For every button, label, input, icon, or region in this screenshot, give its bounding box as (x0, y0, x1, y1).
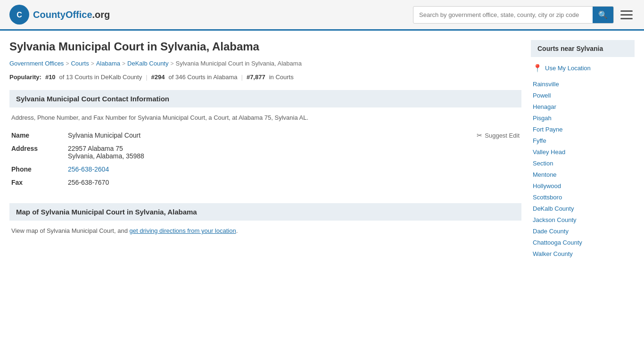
breadcrumb-link-alabama[interactable]: Alabama (96, 60, 120, 67)
search-icon: 🔍 (598, 11, 608, 19)
list-item: Walker County (531, 248, 635, 259)
site-header: C CountyOffice.org 🔍 (0, 0, 644, 31)
popularity-rank1: #10 (45, 74, 56, 81)
svg-text:C: C (17, 11, 22, 19)
suggest-edit-label: Suggest Edit (485, 132, 520, 139)
edit-icon: ✂ (477, 132, 482, 139)
sidebar-link-15[interactable]: Walker County (533, 250, 573, 257)
list-item: Scottsboro (531, 191, 635, 203)
search-button[interactable]: 🔍 (593, 7, 613, 23)
list-item: DeKalb County (531, 203, 635, 214)
fax-label: Fax (9, 176, 66, 189)
location-pin-icon: 📍 (533, 64, 542, 73)
main-container: Sylvania Municipal Court in Sylvania, Al… (0, 31, 644, 269)
list-item: Mentone (531, 169, 635, 180)
content-area: Sylvania Municipal Court in Sylvania, Al… (9, 40, 521, 259)
breadcrumb-sep-1: > (66, 60, 69, 67)
contact-table: Name Sylvania Municipal Court ✂ Suggest … (9, 129, 521, 189)
list-item: Henagar (531, 101, 635, 112)
breadcrumb-link-dekalb[interactable]: DeKalb County (127, 60, 168, 67)
contact-section: Sylvania Municipal Court Contact Informa… (9, 90, 521, 189)
breadcrumb-sep-2: > (91, 60, 94, 67)
breadcrumb-link-courts[interactable]: Courts (71, 60, 89, 67)
popularity-rank2: #294 (151, 74, 165, 81)
sidebar: Courts near Sylvania 📍 Use My Location R… (531, 40, 635, 259)
sidebar-link-10[interactable]: Scottsboro (533, 194, 562, 201)
list-item: Rainsville (531, 78, 635, 90)
list-item: Dade County (531, 225, 635, 237)
address-label: Address (9, 142, 66, 163)
list-item: Fyffe (531, 135, 635, 146)
table-row-address: Address 22957 Alabama 75 Sylvania, Alaba… (9, 142, 521, 163)
logo-icon: C (9, 5, 29, 25)
list-item: Hollywood (531, 180, 635, 191)
map-desc-end: . (236, 227, 238, 234)
phone-value: 256-638-2604 (66, 163, 521, 176)
list-item: Powell (531, 90, 635, 101)
contact-description: Address, Phone Number, and Fax Number fo… (9, 114, 521, 121)
map-description: View map of Sylvania Municipal Court, an… (9, 227, 521, 234)
sidebar-link-7[interactable]: Section (533, 160, 553, 167)
list-item: Pisgah (531, 112, 635, 123)
address-value: 22957 Alabama 75 Sylvania, Alabama, 3598… (66, 142, 521, 163)
sidebar-link-8[interactable]: Mentone (533, 171, 557, 178)
hamburger-line-3 (620, 18, 633, 19)
hamburger-line-2 (620, 14, 633, 16)
sidebar-link-12[interactable]: Jackson County (533, 216, 577, 223)
table-row-fax: Fax 256-638-7670 (9, 176, 521, 189)
breadcrumb-sep-3: > (122, 60, 125, 67)
contact-section-header: Sylvania Municipal Court Contact Informa… (9, 90, 521, 107)
table-row-phone: Phone 256-638-2604 (9, 163, 521, 176)
map-desc-start: View map of Sylvania Municipal Court, an… (11, 227, 130, 234)
popularity-label: Popularity: (9, 74, 41, 81)
sidebar-link-1[interactable]: Powell (533, 92, 551, 99)
popularity-bar: Popularity: #10 of 13 Courts in DeKalb C… (9, 74, 521, 81)
sidebar-link-0[interactable]: Rainsville (533, 81, 559, 88)
popularity-rank3-text: in Courts (269, 74, 294, 81)
sidebar-link-11[interactable]: DeKalb County (533, 205, 574, 212)
sidebar-link-3[interactable]: Pisgah (533, 115, 552, 122)
phone-label: Phone (9, 163, 66, 176)
search-input[interactable] (413, 8, 593, 22)
popularity-rank2-text: of 346 Courts in Alabama (169, 74, 238, 81)
pop-divider-2: | (241, 74, 243, 81)
menu-button[interactable] (619, 8, 635, 21)
map-section-header: Map of Sylvania Municipal Court in Sylva… (9, 203, 521, 221)
breadcrumb: Government Offices > Courts > Alabama > … (9, 60, 521, 67)
fax-value: 256-638-7670 (66, 176, 521, 189)
sidebar-links-list: RainsvillePowellHenagarPisgahFort PayneF… (531, 78, 635, 259)
sidebar-link-2[interactable]: Henagar (533, 103, 556, 110)
sidebar-link-14[interactable]: Chattooga County (533, 239, 582, 246)
logo-text: CountyOffice.org (33, 9, 110, 20)
page-title: Sylvania Municipal Court in Sylvania, Al… (9, 40, 521, 53)
hamburger-line-1 (620, 10, 633, 12)
map-section: Map of Sylvania Municipal Court in Sylva… (9, 203, 521, 234)
use-location-row: 📍 Use My Location (531, 64, 635, 73)
phone-link[interactable]: 256-638-2604 (68, 165, 109, 173)
sidebar-link-5[interactable]: Fyffe (533, 137, 546, 144)
table-row-name: Name Sylvania Municipal Court ✂ Suggest … (9, 129, 521, 142)
sidebar-header: Courts near Sylvania (531, 40, 635, 57)
name-value: Sylvania Municipal Court ✂ Suggest Edit (66, 129, 521, 142)
sidebar-link-4[interactable]: Fort Payne (533, 126, 563, 133)
list-item: Fort Payne (531, 123, 635, 135)
breadcrumb-current: Sylvania Municipal Court in Sylvania, Al… (176, 60, 302, 67)
breadcrumb-link-gov[interactable]: Government Offices (9, 60, 64, 67)
list-item: Jackson County (531, 214, 635, 225)
logo-area: C CountyOffice.org (9, 5, 110, 25)
search-bar: 🔍 (413, 6, 614, 24)
breadcrumb-sep-4: > (170, 60, 173, 67)
list-item: Valley Head (531, 146, 635, 157)
suggest-edit-button[interactable]: ✂ Suggest Edit (477, 132, 520, 139)
list-item: Section (531, 157, 635, 169)
use-my-location-link[interactable]: Use My Location (545, 65, 591, 72)
name-label: Name (9, 129, 66, 142)
popularity-rank1-text: of 13 Courts in DeKalb County (59, 74, 142, 81)
sidebar-link-6[interactable]: Valley Head (533, 148, 565, 156)
driving-directions-link[interactable]: get driving directions from your locatio… (130, 227, 236, 234)
sidebar-link-9[interactable]: Hollywood (533, 182, 561, 189)
sidebar-link-13[interactable]: Dade County (533, 228, 569, 235)
address-line1: 22957 Alabama 75 (68, 145, 520, 152)
pop-divider-1: | (146, 74, 147, 81)
header-right: 🔍 (413, 6, 635, 24)
